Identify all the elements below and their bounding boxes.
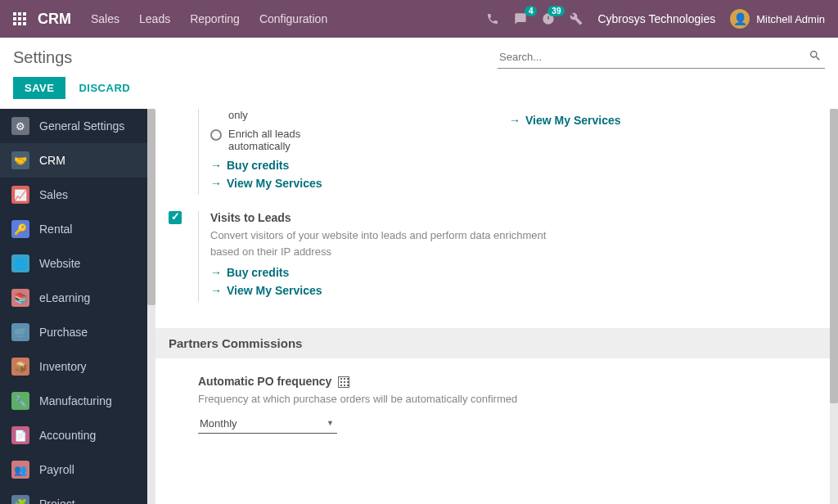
cart-icon: 🛒 (11, 323, 29, 341)
nav-sales[interactable]: Sales (91, 12, 119, 25)
messages-icon[interactable]: 4 (514, 12, 527, 25)
brand-title: CRM (38, 11, 71, 28)
building-icon (338, 376, 349, 388)
company-name[interactable]: Cybrosys Technologies (597, 12, 715, 25)
sidebar-item-project[interactable]: 🧩Project (0, 487, 147, 504)
link-label: View My Services (227, 284, 322, 297)
nav-configuration[interactable]: Configuration (259, 12, 327, 25)
po-frequency-select[interactable]: Monthly (198, 414, 337, 434)
sidebar-item-label: eLearning (39, 291, 90, 304)
sidebar-item-label: Payroll (39, 463, 74, 476)
section-partners-commissions: Partners Commissions (155, 328, 830, 358)
link-label: Buy credits (227, 266, 289, 279)
activities-icon[interactable]: 39 (542, 12, 555, 25)
search-icon[interactable] (809, 49, 822, 65)
puzzle-icon: 🧩 (11, 495, 29, 504)
gear-icon: ⚙ (11, 117, 29, 135)
apps-menu-icon[interactable] (13, 12, 26, 25)
setting-desc: Convert visitors of your website into le… (210, 227, 547, 259)
sidebar-item-label: Purchase (39, 326, 88, 339)
handshake-icon: 🤝 (11, 151, 29, 169)
sidebar-item-label: Project (39, 497, 75, 504)
tools-icon[interactable] (570, 12, 583, 25)
sidebar-item-sales[interactable]: 📈Sales (0, 178, 147, 212)
sidebar-item-crm[interactable]: 🤝CRM (0, 143, 147, 178)
link-buy-credits[interactable]: →Buy credits (210, 159, 476, 172)
setting-title: Automatic PO frequency (198, 375, 547, 388)
radio-only[interactable]: only (210, 109, 476, 121)
setting-desc: Frequency at which purchase orders will … (198, 391, 547, 407)
globe-icon: 🌐 (11, 254, 29, 272)
setting-title: Visits to Leads (210, 211, 547, 224)
sidebar-item-label: CRM (39, 154, 65, 167)
sidebar-item-label: Rental (39, 223, 72, 236)
save-button[interactable]: SAVE (13, 77, 65, 99)
nav-reporting[interactable]: Reporting (190, 12, 240, 25)
document-icon: 📄 (11, 426, 29, 444)
nav-links: Sales Leads Reporting Configuration (91, 12, 327, 25)
arrow-right-icon: → (210, 159, 222, 172)
link-label: Buy credits (227, 159, 289, 172)
discard-button[interactable]: DISCARD (79, 82, 130, 94)
user-menu[interactable]: 👤 Mitchell Admin (730, 9, 825, 29)
link-label: View My Services (525, 114, 620, 127)
checkbox-visits[interactable] (169, 211, 182, 224)
sidebar-item-label: General Settings (39, 119, 124, 133)
sidebar-item-accounting[interactable]: 📄Accounting (0, 418, 147, 452)
sub-header: Settings (0, 38, 838, 69)
link-label: View My Services (227, 177, 322, 190)
radio-icon (210, 129, 222, 141)
arrow-right-icon: → (210, 284, 222, 297)
messages-badge: 4 (525, 6, 538, 16)
sidebar-item-website[interactable]: 🌐Website (0, 246, 147, 281)
sidebar-item-rental[interactable]: 🔑Rental (0, 212, 147, 246)
sidebar-item-purchase[interactable]: 🛒Purchase (0, 315, 147, 349)
sidebar-item-label: Inventory (39, 360, 87, 373)
po-title-text: Automatic PO frequency (198, 375, 331, 388)
arrow-right-icon: → (509, 114, 520, 127)
sidebar-item-label: Accounting (39, 429, 96, 442)
settings-sidebar: ⚙General Settings 🤝CRM 📈Sales 🔑Rental 🌐W… (0, 109, 147, 504)
activities-badge: 39 (547, 6, 565, 16)
setting-enrich: only Enrich all leads automatically →Buy… (169, 109, 476, 195)
wrench-icon: 🔧 (11, 392, 29, 410)
navbar-right: 4 39 Cybrosys Technologies 👤 Mitchell Ad… (486, 9, 825, 29)
sidebar-scrollbar[interactable] (147, 109, 155, 504)
setting-po-frequency: Automatic PO frequency Frequency at whic… (169, 375, 547, 434)
navbar: CRM Sales Leads Reporting Configuration … (0, 0, 838, 38)
arrow-right-icon: → (210, 266, 222, 279)
radio-label: only (228, 109, 248, 121)
sidebar-item-label: Website (39, 257, 80, 270)
phone-icon[interactable] (486, 12, 499, 25)
page-title: Settings (13, 48, 72, 67)
link-view-services[interactable]: →View My Services (210, 177, 476, 190)
arrow-right-icon: → (210, 177, 222, 190)
user-name: Mitchell Admin (756, 13, 825, 25)
setting-visits-to-leads: Visits to Leads Convert visitors of your… (169, 211, 547, 302)
search-container (498, 46, 825, 69)
box-icon: 📦 (11, 358, 29, 376)
book-icon: 📚 (11, 289, 29, 307)
chart-icon: 📈 (11, 186, 29, 204)
sidebar-item-elearning[interactable]: 📚eLearning (0, 281, 147, 315)
sidebar-item-payroll[interactable]: 👥Payroll (0, 452, 147, 487)
avatar: 👤 (730, 9, 750, 29)
radio-all[interactable]: Enrich all leads automatically (210, 128, 476, 152)
link-view-services-2[interactable]: →View My Services (509, 114, 817, 127)
action-row: SAVE DISCARD (0, 69, 838, 109)
search-input[interactable] (498, 46, 825, 69)
link-buy-credits-2[interactable]: →Buy credits (210, 266, 547, 279)
sidebar-item-general[interactable]: ⚙General Settings (0, 109, 147, 143)
people-icon: 👥 (11, 461, 29, 479)
sidebar-item-label: Sales (39, 188, 68, 201)
sidebar-item-manufacturing[interactable]: 🔧Manufacturing (0, 384, 147, 418)
sidebar-item-label: Manufacturing (39, 394, 112, 407)
sidebar-item-inventory[interactable]: 📦Inventory (0, 349, 147, 384)
key-icon: 🔑 (11, 220, 29, 238)
link-view-services-3[interactable]: →View My Services (210, 284, 547, 297)
radio-label: Enrich all leads automatically (228, 128, 343, 152)
content-vertical-scrollbar[interactable] (830, 109, 838, 504)
nav-leads[interactable]: Leads (139, 12, 170, 25)
settings-content: only Enrich all leads automatically →Buy… (155, 109, 830, 504)
body: ⚙General Settings 🤝CRM 📈Sales 🔑Rental 🌐W… (0, 109, 838, 504)
